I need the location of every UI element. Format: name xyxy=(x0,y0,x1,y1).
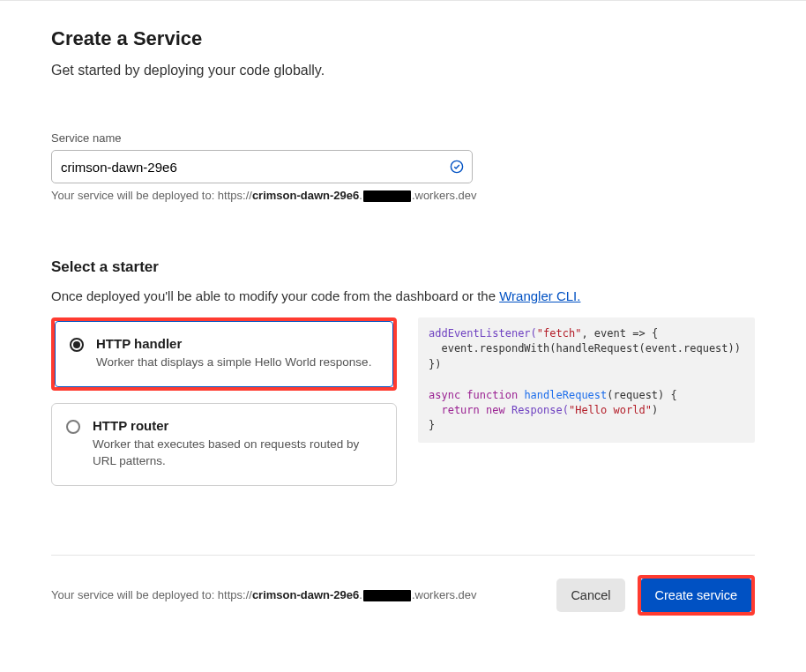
deploy-hint-bottom: Your service will be deployed to: https:… xyxy=(51,588,477,601)
starter-card-http-handler[interactable]: HTTP handler Worker that displays a simp… xyxy=(55,321,393,387)
deploy-hint-host: crimson-dawn-29e6 xyxy=(252,189,359,202)
code-token: event.respondWith(handleRequest(event.re… xyxy=(429,342,741,355)
code-token: new xyxy=(480,404,511,416)
starter-card-http-router[interactable]: HTTP router Worker that executes based o… xyxy=(51,403,397,485)
starter-area: HTTP handler Worker that displays a simp… xyxy=(51,317,755,486)
code-token: ) xyxy=(652,404,658,416)
cancel-button[interactable]: Cancel xyxy=(556,579,624,612)
starter-heading: Select a starter xyxy=(51,258,755,276)
radio-http-handler[interactable] xyxy=(70,338,84,352)
footer-divider xyxy=(51,555,755,556)
deploy-hint-host: crimson-dawn-29e6 xyxy=(252,588,359,601)
svg-point-0 xyxy=(451,161,462,172)
wrangler-cli-link[interactable]: Wrangler CLI. xyxy=(499,288,580,303)
page-content: Create a Service Get started by deployin… xyxy=(0,1,806,640)
starter-card-body: HTTP router Worker that executes based o… xyxy=(93,418,382,468)
deploy-hint-dot: . xyxy=(359,588,362,601)
footer-actions: Cancel Create service xyxy=(556,575,755,616)
starter-desc-text: Once deployed you'll be able to modify y… xyxy=(51,288,499,303)
redacted-subdomain xyxy=(363,190,411,202)
code-token: return xyxy=(429,404,480,416)
redacted-subdomain xyxy=(363,590,411,601)
service-name-input[interactable] xyxy=(51,150,473,183)
code-token: async xyxy=(429,389,460,401)
starter-description: Once deployed you'll be able to modify y… xyxy=(51,288,755,303)
service-name-label: Service name xyxy=(51,131,755,145)
code-token: } xyxy=(429,419,435,431)
code-token: , event => { xyxy=(581,327,658,340)
starter-title: HTTP handler xyxy=(96,336,371,351)
starter-cards: HTTP handler Worker that displays a simp… xyxy=(51,317,397,486)
code-token: addEventListener( xyxy=(429,327,537,340)
code-token: Response( xyxy=(511,404,569,416)
create-service-button[interactable]: Create service xyxy=(641,579,751,612)
code-token: "fetch" xyxy=(537,327,582,340)
deploy-hint-suffix: .workers.dev xyxy=(412,588,477,601)
code-token: function xyxy=(460,389,524,401)
highlight-starter-http-handler: HTTP handler Worker that displays a simp… xyxy=(51,317,397,391)
page-title: Create a Service xyxy=(51,27,755,50)
radio-http-router[interactable] xyxy=(66,420,80,434)
code-token: "Hello world" xyxy=(569,404,652,416)
deploy-hint-prefix: Your service will be deployed to: https:… xyxy=(51,189,252,202)
service-name-field-wrapper xyxy=(51,150,473,183)
code-token: (request) { xyxy=(607,389,676,401)
code-token: }) xyxy=(429,358,441,370)
starter-card-body: HTTP handler Worker that displays a simp… xyxy=(96,336,371,370)
deploy-hint-top: Your service will be deployed to: https:… xyxy=(51,189,755,202)
starter-subtitle: Worker that displays a simple Hello Worl… xyxy=(96,355,371,370)
deploy-hint-dot: . xyxy=(359,189,362,202)
page-subtitle: Get started by deploying your code globa… xyxy=(51,63,755,78)
code-preview: addEventListener("fetch", event => { eve… xyxy=(418,317,755,443)
highlight-create-service: Create service xyxy=(638,575,755,616)
footer: Your service will be deployed to: https:… xyxy=(51,575,755,640)
check-icon xyxy=(450,160,464,174)
deploy-hint-prefix: Your service will be deployed to: https:… xyxy=(51,588,252,601)
starter-subtitle: Worker that executes based on requests r… xyxy=(93,437,382,468)
starter-title: HTTP router xyxy=(93,418,382,433)
code-token: handleRequest xyxy=(524,389,607,401)
deploy-hint-suffix: .workers.dev xyxy=(412,189,477,202)
